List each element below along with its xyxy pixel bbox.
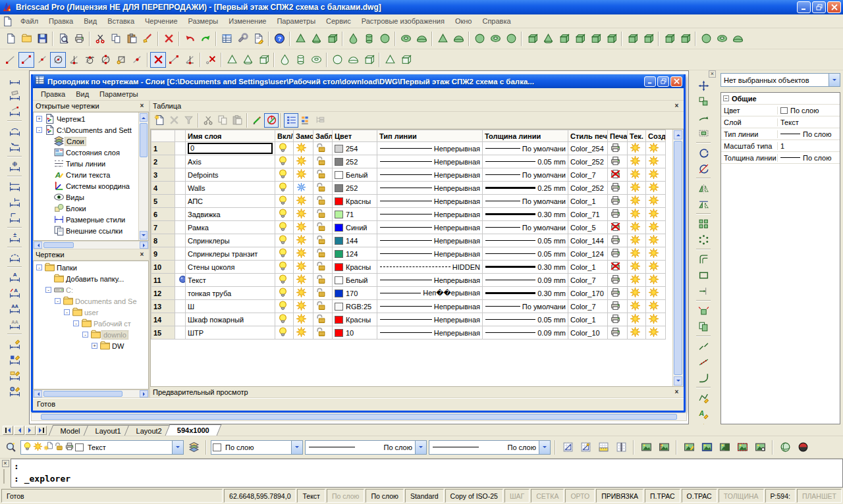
drawing-explorer-icon[interactable] (219, 31, 234, 47)
solid-revolve-icon[interactable] (540, 31, 556, 47)
layer-no-print-icon[interactable] (610, 265, 621, 273)
layer-color-swatch[interactable] (335, 250, 343, 258)
layer-new-vp-icon[interactable] (648, 147, 659, 155)
layer-new-vp-icon[interactable] (648, 318, 659, 326)
layer-on-icon[interactable] (277, 265, 288, 273)
layer-unlocked-icon[interactable] (315, 226, 327, 234)
layer-lineweight[interactable]: 0.09 mm (485, 276, 566, 284)
dim-update-icon[interactable] (7, 336, 22, 352)
wire-droplet-icon[interactable] (277, 52, 292, 68)
layer-row[interactable]: 3 Defpoints Белый Непрерывная По умолчан… (151, 168, 666, 182)
layers-dialog-icon[interactable] (186, 440, 202, 455)
layer-lineweight[interactable]: 0.25 mm (485, 184, 566, 192)
snap-quadrant-icon[interactable] (97, 52, 113, 68)
layer-name[interactable]: Стены цоколя (188, 263, 235, 271)
layer-linetype[interactable]: Непрерывная (379, 158, 480, 166)
layer-print-icon[interactable] (610, 160, 621, 168)
layer-plot-style[interactable]: Color_71 (570, 211, 600, 218)
close-folders-button[interactable]: × (138, 251, 146, 259)
layer-new-vp-icon[interactable] (648, 331, 659, 339)
column-header[interactable]: Созд (646, 130, 666, 142)
toggle-state-icon[interactable] (264, 113, 279, 128)
chevron-down-icon[interactable] (291, 441, 302, 454)
solid-separate-icon[interactable] (714, 31, 730, 47)
prop-value[interactable]: По слою (778, 130, 840, 138)
layer-on-icon[interactable] (277, 278, 288, 286)
solid-pyramid-icon[interactable] (292, 31, 308, 47)
layer-color-swatch[interactable] (335, 211, 343, 218)
solid-dome-icon[interactable] (414, 31, 429, 47)
scroll-right-button[interactable] (140, 390, 148, 397)
snap-midpoint-icon[interactable] (34, 52, 50, 68)
layer-row[interactable]: 10 Стены цоколя Красны HIDDEN 0.30 mm Co… (151, 261, 666, 274)
print-preview-icon[interactable] (55, 31, 71, 47)
solid-slice-icon[interactable] (556, 31, 572, 47)
dim-angular-icon[interactable] (7, 123, 22, 139)
layer-row[interactable]: 4 Walls 252 Непрерывная 0.25 mm Color_25… (151, 182, 666, 195)
status-dim-style[interactable]: Copy of ISO-25 (445, 489, 503, 503)
copy-nested-icon[interactable] (695, 318, 711, 334)
close-toolbar-button[interactable]: × (709, 70, 716, 78)
list-view-icon[interactable] (284, 113, 298, 128)
ruler-icon[interactable] (595, 440, 611, 455)
layer-combo[interactable]: Текст (20, 440, 184, 455)
layer-on-icon[interactable] (277, 239, 288, 247)
layer-current-vp-icon[interactable] (630, 199, 641, 207)
layer-current-vp-icon[interactable] (630, 239, 641, 247)
layer-linetype[interactable]: Непрерывная (379, 316, 480, 324)
open-drawings-vscrollbar[interactable] (138, 113, 148, 240)
tree-item-views[interactable]: Виды (34, 191, 138, 203)
solid-extrude-icon[interactable] (524, 31, 540, 47)
layer-unlocked-icon[interactable] (315, 252, 327, 260)
layer-current-vp-icon[interactable] (630, 278, 641, 286)
menu-modify[interactable]: Изменение (223, 16, 271, 26)
layer-color-swatch[interactable] (335, 158, 343, 166)
prop-layer[interactable]: Слой Текст (721, 116, 840, 128)
folder-item-user[interactable]: -user (34, 307, 148, 318)
tree-item-current-drawing[interactable]: -C:\Documents and Sett (34, 124, 138, 136)
layer-on-icon[interactable] (277, 199, 288, 207)
settings-icon[interactable] (234, 31, 250, 47)
layer-unlocked-icon[interactable] (315, 278, 327, 286)
layer-linetype[interactable]: Непрерывная (379, 224, 480, 232)
paste-icon[interactable] (124, 31, 140, 47)
layer-lineweight[interactable]: По умолчани (485, 145, 566, 153)
layer-thawed-icon[interactable] (296, 318, 307, 326)
layer-row[interactable]: 14 Шкаф пожарный Красны Непрерывная 0.05… (151, 313, 666, 326)
drawing-area[interactable]: Проводник по чертежам - Слои [C:\Documen… (29, 70, 689, 424)
lineweight-combo[interactable]: По слою (429, 440, 551, 455)
folder-item-desktop[interactable]: -Рабочий ст (34, 318, 148, 329)
wire-mesh-icon[interactable] (361, 52, 377, 68)
restore-button[interactable] (812, 1, 826, 13)
viewports-icon[interactable] (613, 440, 629, 455)
layer-thawed-icon[interactable] (296, 226, 307, 234)
prop-linetype[interactable]: Тип линии По слою (721, 128, 840, 140)
layer-linetype[interactable]: Непрерывная (379, 276, 480, 284)
layer-unlocked-icon[interactable] (315, 318, 327, 326)
layer-color-swatch[interactable] (335, 276, 343, 284)
scroll-thumb[interactable] (43, 391, 122, 397)
copy-icon[interactable] (215, 113, 230, 128)
new-item-icon[interactable] (152, 113, 167, 128)
solid-cylinder-icon[interactable] (361, 31, 377, 47)
layer-on-icon[interactable] (277, 331, 288, 339)
image-draw-icon[interactable] (681, 440, 697, 455)
next-tab-button[interactable] (25, 426, 36, 435)
layer-row[interactable]: 2 Axis 252 Непрерывная 0.05 mm Color_252 (151, 155, 666, 168)
status-entity-tracking[interactable]: О.ТРАС (682, 489, 717, 503)
layer-name[interactable]: Walls (188, 184, 205, 192)
render-icon[interactable] (777, 440, 793, 455)
close-button[interactable] (827, 1, 841, 13)
layer-current-vp-icon[interactable] (630, 213, 641, 220)
solid-torus-icon[interactable] (398, 31, 414, 47)
layer-name[interactable]: Defpoints (188, 171, 218, 179)
layer-linetype[interactable]: Непрерывная (379, 184, 480, 192)
folder-item-download[interactable]: -downlo (34, 329, 148, 340)
scroll-down-button[interactable] (140, 231, 148, 239)
chevron-down-icon[interactable] (539, 441, 550, 454)
mirror-icon[interactable] (695, 180, 711, 196)
layer-linetype[interactable]: Непрерывная (379, 237, 480, 245)
array-icon[interactable] (695, 216, 711, 232)
divide-icon[interactable] (695, 354, 711, 370)
match-properties-icon[interactable] (140, 31, 155, 47)
